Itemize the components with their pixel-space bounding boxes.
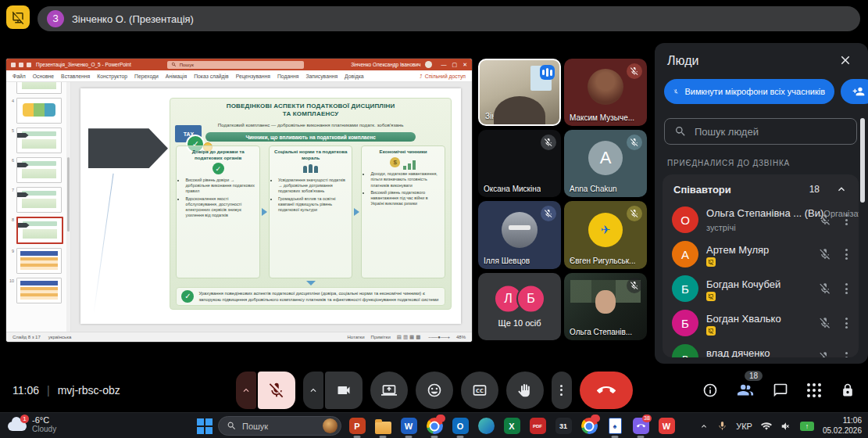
slide-thumbnail[interactable]: 10 bbox=[8, 278, 67, 303]
present-button[interactable] bbox=[370, 372, 408, 409]
taskbar-calendar[interactable]: 31 bbox=[553, 416, 573, 436]
more-options-icon[interactable] bbox=[842, 211, 851, 228]
tile-more-people[interactable]: ЛБ Ще 10 осіб bbox=[478, 273, 561, 340]
mic-options-chevron[interactable] bbox=[236, 372, 256, 409]
slide-thumbnail[interactable]: 5 bbox=[8, 127, 67, 153]
taskbar-chrome-active[interactable] bbox=[579, 416, 599, 436]
contributors-group-header[interactable]: Співавтори 18 bbox=[663, 176, 859, 203]
more-options-icon[interactable] bbox=[842, 246, 851, 263]
ppt-search-box[interactable]: Пошук bbox=[167, 61, 304, 69]
tab-review[interactable]: Рецензування bbox=[236, 74, 270, 79]
more-options-button[interactable] bbox=[552, 372, 572, 409]
people-button[interactable]: 18 bbox=[737, 382, 754, 399]
mic-off-icon[interactable] bbox=[819, 214, 831, 226]
view-switcher[interactable]: ▤▥▦▩ bbox=[397, 334, 423, 340]
tab-design[interactable]: Конструктор bbox=[97, 74, 127, 79]
volume-muted-icon[interactable] bbox=[780, 421, 791, 432]
slide-thumbnail[interactable]: 9 bbox=[8, 248, 67, 274]
comments-button[interactable]: Примітки bbox=[371, 335, 391, 339]
more-options-icon[interactable] bbox=[842, 314, 851, 332]
chat-icon[interactable] bbox=[773, 382, 788, 398]
ppt-share-button[interactable]: ⤴ Спільний доступ bbox=[420, 74, 466, 79]
zoom-slider[interactable]: −──●──+ bbox=[428, 335, 450, 339]
tile-anna[interactable]: A Anna Chakun bbox=[564, 130, 647, 197]
tile-maksym[interactable]: Максим Музыче... bbox=[564, 59, 647, 126]
notes-button[interactable]: Нотатки bbox=[347, 335, 364, 339]
taskbar-chrome[interactable] bbox=[424, 416, 445, 436]
taskbar-explorer[interactable] bbox=[373, 416, 393, 436]
mic-off-icon[interactable] bbox=[819, 282, 831, 295]
battery-icon[interactable]: ↑ bbox=[800, 422, 814, 431]
tab-transitions[interactable]: Переходи bbox=[134, 74, 159, 79]
tray-clock[interactable]: 11:06 05.02.2026 bbox=[823, 416, 862, 436]
tab-insert[interactable]: Вставлення bbox=[61, 74, 90, 79]
wifi-icon[interactable] bbox=[761, 421, 772, 432]
tab-animations[interactable]: Анімація bbox=[166, 74, 187, 79]
thumbnail-scrollbar[interactable] bbox=[66, 82, 70, 332]
panel-scrollbar[interactable] bbox=[860, 118, 865, 203]
ppt-quick-access-toolbar[interactable] bbox=[11, 63, 31, 67]
avatar: О bbox=[672, 206, 698, 233]
people-search-input[interactable]: Пошук людей bbox=[664, 118, 857, 145]
ppt-window-controls[interactable]: —▢✕ bbox=[441, 62, 468, 68]
meeting-details-icon[interactable] bbox=[702, 382, 718, 398]
tile-yevhen[interactable]: ✈ Євген Ригульськ... bbox=[564, 201, 647, 269]
mic-off-icon[interactable] bbox=[819, 351, 831, 357]
presentation-off-chip[interactable] bbox=[6, 5, 30, 29]
mic-in-use-icon[interactable] bbox=[717, 421, 727, 431]
taskbar-wps[interactable]: W bbox=[656, 416, 677, 436]
mute-all-button[interactable]: Вимкнути мікрофони всіх учасників bbox=[664, 79, 834, 104]
taskbar-outlook[interactable]: O bbox=[450, 416, 470, 436]
mic-off-icon[interactable] bbox=[819, 248, 831, 260]
taskbar-pdf[interactable]: PDF bbox=[527, 416, 548, 436]
taskbar-solitaire[interactable]: ♠ bbox=[605, 416, 625, 436]
taskbar-excel[interactable]: X bbox=[502, 416, 522, 436]
raise-hand-button[interactable] bbox=[506, 372, 544, 409]
mic-off-icon bbox=[268, 382, 285, 399]
weather-widget[interactable]: 1 -6°CCloudy bbox=[8, 415, 56, 433]
host-controls-icon[interactable] bbox=[840, 382, 855, 398]
ppt-account[interactable]: Зінченко Олександр Іванович bbox=[351, 61, 431, 68]
more-options-icon[interactable] bbox=[842, 349, 851, 357]
tile-olha[interactable]: Ольга Степанів... bbox=[564, 273, 647, 340]
slide-thumbnail[interactable]: 7 bbox=[8, 187, 67, 213]
zoom-level[interactable]: 48% bbox=[456, 335, 466, 339]
end-call-button[interactable] bbox=[580, 372, 633, 409]
language-indicator[interactable]: УКР bbox=[736, 422, 752, 431]
taskbar-powerpoint[interactable]: P bbox=[347, 416, 367, 436]
tray-chevron-up-icon[interactable] bbox=[699, 422, 709, 431]
tab-record[interactable]: Записування bbox=[305, 74, 338, 79]
folder-icon bbox=[375, 422, 391, 434]
taskbar-edge[interactable] bbox=[476, 416, 496, 436]
captions-button[interactable] bbox=[461, 372, 498, 409]
shared-screen-tab[interactable]: З Зінченко О. (Презентація) bbox=[38, 6, 860, 31]
slide-thumbnail[interactable] bbox=[8, 82, 67, 94]
tab-help[interactable]: Довідка bbox=[345, 74, 363, 79]
more-options-icon[interactable] bbox=[842, 280, 851, 297]
camera-options-chevron[interactable] bbox=[303, 372, 323, 409]
taskbar-search[interactable]: Пошук bbox=[218, 416, 341, 436]
reactions-button[interactable] bbox=[416, 372, 453, 409]
tab-home[interactable]: Основне bbox=[33, 74, 54, 79]
taskbar-viber[interactable]: 38 bbox=[630, 416, 651, 436]
taskbar-word[interactable]: W bbox=[398, 416, 419, 436]
tab-slideshow[interactable]: Показ слайдів bbox=[194, 74, 229, 79]
start-button[interactable] bbox=[197, 418, 213, 434]
mic-toggle-button[interactable] bbox=[258, 372, 295, 409]
tile-oksana[interactable]: Оксана Мискіна bbox=[478, 130, 561, 197]
tile-illia[interactable]: Ілля Шевцов bbox=[478, 201, 561, 269]
chevron-up-icon[interactable] bbox=[835, 183, 848, 196]
tab-file[interactable]: Файл bbox=[13, 74, 26, 79]
language-indicator[interactable]: українська bbox=[48, 335, 72, 339]
activities-icon[interactable] bbox=[807, 383, 821, 397]
search-icon bbox=[171, 62, 177, 67]
close-icon[interactable] bbox=[838, 53, 852, 67]
slide-thumbnail[interactable]: 4 bbox=[8, 98, 67, 124]
slide-thumbnail[interactable]: 6 bbox=[8, 157, 67, 183]
slide-thumbnail-selected[interactable]: 8 bbox=[8, 217, 67, 244]
tab-view[interactable]: Подання bbox=[277, 74, 298, 79]
camera-toggle-button[interactable] bbox=[325, 372, 363, 409]
mic-off-icon[interactable] bbox=[819, 317, 831, 329]
tile-zinchenko[interactable]: Зінченко О. bbox=[478, 59, 561, 126]
add-person-button[interactable] bbox=[841, 79, 868, 104]
